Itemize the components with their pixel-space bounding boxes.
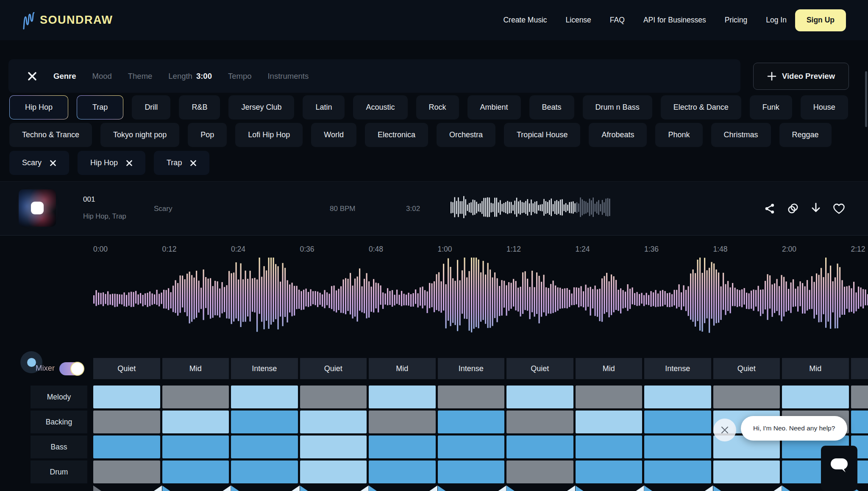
fill-marker-7-right[interactable]	[576, 485, 585, 491]
genre-chip-drill[interactable]: Drill	[132, 95, 170, 119]
energy-section-intense-8[interactable]: Intense	[644, 358, 711, 379]
filter-tab-instruments[interactable]: Instruments	[267, 72, 309, 81]
genre-chip-tokyo-night-pop[interactable]: Tokyo night pop	[100, 123, 179, 147]
grid-cell-bass-9[interactable]	[644, 436, 711, 458]
grid-cell-backing-6[interactable]	[438, 411, 505, 433]
fill-marker-4-right[interactable]	[369, 485, 378, 491]
fill-marker-start[interactable]	[93, 485, 103, 491]
fill-marker-2-right[interactable]	[231, 485, 240, 491]
grid-cell-drum-1[interactable]	[93, 460, 160, 483]
grid-cell-backing-5[interactable]	[369, 411, 436, 433]
energy-section-quiet-3[interactable]: Quiet	[300, 358, 367, 379]
nav-link-license[interactable]: License	[566, 16, 591, 25]
scrollbar-thumb[interactable]	[865, 71, 867, 127]
nav-link-api-for-businesses[interactable]: API for Businesses	[643, 16, 706, 25]
grid-cell-drum-8[interactable]	[576, 460, 643, 483]
main-waveform[interactable]	[93, 255, 868, 356]
energy-section-mid-1[interactable]: Mid	[162, 358, 229, 379]
tag-chip-trap[interactable]: Trap	[154, 151, 209, 175]
genre-chip-orchestra[interactable]: Orchestra	[437, 123, 495, 147]
fill-marker-2-left[interactable]	[222, 485, 231, 491]
fill-marker-10-left[interactable]	[773, 485, 782, 491]
favorite-heart-icon[interactable]	[833, 203, 845, 214]
video-preview-button[interactable]: Video Preview	[753, 63, 849, 90]
genre-chip-ambient[interactable]: Ambient	[467, 95, 521, 119]
genre-chip-rock[interactable]: Rock	[416, 95, 459, 119]
grid-cell-bass-6[interactable]	[438, 436, 505, 458]
stop-button[interactable]	[31, 202, 44, 214]
filter-tab-tempo[interactable]: Tempo	[228, 72, 252, 81]
genre-chip-drum-n-bass[interactable]: Drum n Bass	[583, 95, 652, 119]
remove-tag-icon[interactable]	[50, 160, 56, 166]
grid-cell-melody-11[interactable]	[782, 386, 849, 408]
energy-section-quiet-9[interactable]: Quiet	[713, 358, 780, 379]
genre-chip-acoustic[interactable]: Acoustic	[353, 95, 407, 119]
fill-marker-4-left[interactable]	[359, 485, 369, 491]
grid-cell-melody-1[interactable]	[93, 386, 160, 408]
energy-section-mid-10[interactable]: Mid	[782, 358, 849, 379]
genre-chip-world[interactable]: World	[311, 123, 356, 147]
fill-marker-7-left[interactable]	[566, 485, 575, 491]
grid-cell-bass-3[interactable]	[231, 436, 298, 458]
tag-chip-hip-hop[interactable]: Hip Hop	[78, 151, 145, 175]
genre-chip-afrobeats[interactable]: Afrobeats	[589, 123, 647, 147]
energy-section-mid-4[interactable]: Mid	[369, 358, 436, 379]
soundraw-logo[interactable]: SOUNDRAW	[22, 10, 113, 31]
grid-cell-melody-7[interactable]	[506, 386, 573, 408]
mixer-toggle[interactable]	[59, 362, 84, 375]
grid-cell-melody-4[interactable]	[300, 386, 367, 408]
grid-cell-backing-8[interactable]	[576, 411, 643, 433]
grid-cell-bass-2[interactable]	[162, 436, 229, 458]
remove-tag-icon[interactable]	[190, 160, 197, 166]
genre-chip-techno-trance[interactable]: Techno & Trance	[9, 123, 92, 147]
energy-section-mid-7[interactable]: Mid	[576, 358, 643, 379]
chat-launcher-button[interactable]	[821, 446, 857, 491]
chat-dismiss-button[interactable]	[713, 419, 736, 441]
grid-cell-drum-9[interactable]	[644, 460, 711, 483]
grid-cell-melody-2[interactable]	[162, 386, 229, 408]
grid-cell-backing-4[interactable]	[300, 411, 367, 433]
fill-marker-9-left[interactable]	[704, 485, 713, 491]
genre-chip-funk[interactable]: Funk	[750, 95, 792, 119]
grid-cell-drum-3[interactable]	[231, 460, 298, 483]
fill-marker-6-left[interactable]	[497, 485, 506, 491]
genre-chip-electronica[interactable]: Electronica	[365, 123, 428, 147]
album-art[interactable]	[19, 189, 56, 227]
filter-tab-genre[interactable]: Genre	[53, 72, 76, 81]
fill-marker-5-left[interactable]	[428, 485, 437, 491]
grid-cell-drum-2[interactable]	[162, 460, 229, 483]
track-mini-waveform[interactable]	[451, 193, 612, 223]
grid-cell-backing-2[interactable]	[162, 411, 229, 433]
nav-link-create-music[interactable]: Create Music	[503, 16, 547, 25]
energy-section-intense-11[interactable]: Intense	[851, 358, 868, 379]
nav-link-faq[interactable]: FAQ	[610, 16, 625, 25]
genre-chip-trap[interactable]: Trap	[77, 95, 123, 119]
grid-cell-backing-9[interactable]	[644, 411, 711, 433]
grid-cell-backing-3[interactable]	[231, 411, 298, 433]
fill-marker-3-left[interactable]	[290, 485, 300, 491]
grid-cell-melody-5[interactable]	[369, 386, 436, 408]
filter-tab-mood[interactable]: Mood	[92, 72, 111, 81]
grid-cell-melody-10[interactable]	[713, 386, 780, 408]
grid-cell-drum-5[interactable]	[369, 460, 436, 483]
energy-section-intense-5[interactable]: Intense	[438, 358, 505, 379]
grid-cell-melody-3[interactable]	[231, 386, 298, 408]
fill-marker-8-right[interactable]	[644, 485, 654, 491]
fill-marker-3-right[interactable]	[300, 485, 309, 491]
grid-cell-melody-12[interactable]	[851, 386, 868, 408]
download-icon[interactable]	[810, 203, 821, 214]
genre-chip-reggae[interactable]: Reggae	[779, 123, 832, 147]
grid-cell-backing-7[interactable]	[506, 411, 573, 433]
energy-section-quiet-6[interactable]: Quiet	[506, 358, 573, 379]
grid-cell-drum-4[interactable]	[300, 460, 367, 483]
genre-chip-tropical-house[interactable]: Tropical House	[504, 123, 580, 147]
fill-marker-6-right[interactable]	[506, 485, 516, 491]
fill-marker-1-right[interactable]	[162, 485, 172, 491]
chat-greeting-bubble[interactable]: Hi, I'm Neo. Need any help?	[741, 416, 847, 441]
fill-marker-5-right[interactable]	[438, 485, 447, 491]
similar-tracks-icon[interactable]	[787, 203, 799, 214]
tag-chip-scary[interactable]: Scary	[9, 151, 69, 175]
genre-chip-pop[interactable]: Pop	[188, 123, 227, 147]
genre-chip-phonk[interactable]: Phonk	[655, 123, 702, 147]
grid-cell-melody-6[interactable]	[438, 386, 505, 408]
